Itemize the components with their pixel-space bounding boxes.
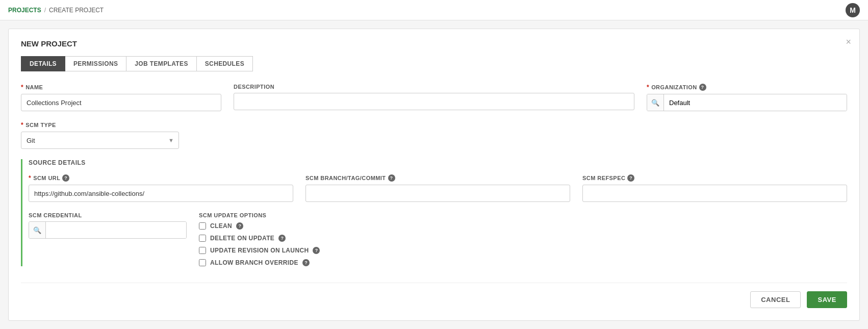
clean-label: CLEAN (210, 222, 232, 230)
scm-url-label: * SCM URL ? (29, 174, 293, 182)
scm-type-select[interactable]: Manual Git Subversion Mercurial Remote A… (21, 132, 179, 149)
update-revision-label: UPDATE REVISION ON LAUNCH (210, 247, 309, 254)
row-credential-options: SCM CREDENTIAL 🔍 SCM UPDATE OPTIONS CLEA… (29, 212, 847, 266)
scm-update-options-checkboxes: CLEAN ? DELETE ON UPDATE ? (199, 222, 847, 266)
name-input[interactable] (21, 94, 221, 111)
user-avatar[interactable]: M (846, 3, 860, 17)
scm-type-select-wrapper: Manual Git Subversion Mercurial Remote A… (21, 132, 179, 149)
field-scm-update-options: SCM UPDATE OPTIONS CLEAN ? DE (199, 212, 847, 266)
field-scm-refspec: SCM REFSPEC ? (582, 174, 847, 202)
field-organization: * ORGANIZATION ? 🔍 (647, 84, 847, 111)
field-description: DESCRIPTION (234, 84, 634, 111)
scm-type-required-star: * (21, 121, 23, 129)
tab-details[interactable]: DETAILS (21, 56, 65, 71)
close-button[interactable]: × (846, 37, 851, 46)
update-revision-help-icon[interactable]: ? (313, 247, 320, 254)
field-name: * NAME (21, 84, 221, 111)
checkbox-update-revision: UPDATE REVISION ON LAUNCH ? (199, 247, 847, 254)
form-footer: CANCEL SAVE (21, 283, 847, 308)
field-scm-credential: SCM CREDENTIAL 🔍 (29, 212, 187, 266)
checkbox-delete-on-update: DELETE ON UPDATE ? (199, 235, 847, 242)
delete-on-update-label: DELETE ON UPDATE (210, 235, 274, 242)
scm-url-help-icon[interactable]: ? (62, 174, 69, 182)
field-scm-type: * SCM TYPE Manual Git Subversion Mercuri… (21, 121, 179, 149)
scm-branch-input[interactable] (305, 185, 570, 202)
allow-branch-override-checkbox[interactable] (199, 259, 206, 266)
breadcrumb-current: CREATE PROJECT (49, 7, 104, 14)
field-scm-branch: SCM BRANCH/TAG/COMMIT ? (305, 174, 570, 202)
scm-url-required-star: * (29, 174, 31, 182)
scm-refspec-help-icon[interactable]: ? (627, 174, 634, 182)
checkbox-clean: CLEAN ? (199, 222, 847, 230)
top-bar: PROJECTS / CREATE PROJECT M (0, 0, 868, 20)
tab-job-templates[interactable]: JOB TEMPLATES (126, 56, 196, 71)
description-label: DESCRIPTION (234, 84, 634, 90)
scm-url-input[interactable] (29, 185, 293, 202)
scm-credential-input[interactable] (46, 222, 186, 238)
name-required-star: * (21, 84, 23, 91)
cancel-button[interactable]: CANCEL (750, 291, 801, 308)
breadcrumb-separator: / (44, 7, 46, 14)
clean-help-icon[interactable]: ? (236, 222, 243, 230)
source-details-title: SOURCE DETAILS (29, 159, 847, 166)
tabs: DETAILS PERMISSIONS JOB TEMPLATES SCHEDU… (21, 56, 847, 71)
search-icon: 🔍 (647, 94, 664, 111)
row-scm-url-branch-refspec: * SCM URL ? SCM BRANCH/TAG/COMMIT ? SC (29, 174, 847, 202)
projects-link[interactable]: PROJECTS (8, 7, 41, 14)
tab-schedules[interactable]: SCHEDULES (197, 56, 253, 71)
main-content: NEW PROJECT × DETAILS PERMISSIONS JOB TE… (0, 20, 868, 329)
org-required-star: * (647, 84, 649, 91)
organization-input[interactable] (664, 94, 847, 111)
tab-permissions[interactable]: PERMISSIONS (65, 56, 126, 71)
scm-refspec-label: SCM REFSPEC ? (582, 174, 847, 182)
scm-branch-label: SCM BRANCH/TAG/COMMIT ? (305, 174, 570, 182)
scm-refspec-input[interactable] (582, 185, 847, 202)
checkbox-allow-branch-override: ALLOW BRANCH OVERRIDE ? (199, 259, 847, 266)
org-help-icon[interactable]: ? (699, 84, 706, 91)
scm-credential-input-wrapper: 🔍 (29, 221, 187, 239)
save-button[interactable]: SAVE (807, 291, 847, 308)
allow-branch-override-help-icon[interactable]: ? (302, 259, 310, 266)
scm-update-options-label: SCM UPDATE OPTIONS (199, 212, 847, 218)
delete-on-update-checkbox[interactable] (199, 235, 206, 242)
credential-search-icon: 🔍 (29, 222, 46, 238)
field-scm-url: * SCM URL ? (29, 174, 293, 202)
scm-credential-label: SCM CREDENTIAL (29, 212, 187, 218)
card-title: NEW PROJECT (21, 39, 847, 48)
clean-checkbox[interactable] (199, 222, 206, 230)
source-details-section: SOURCE DETAILS * SCM URL ? SCM BRANCH/TA… (21, 159, 847, 266)
row-name-desc-org: * NAME DESCRIPTION * ORGANIZATION ? 🔍 (21, 84, 847, 111)
allow-branch-override-label: ALLOW BRANCH OVERRIDE (210, 259, 298, 266)
scm-type-label: * SCM TYPE (21, 121, 179, 129)
update-revision-checkbox[interactable] (199, 247, 206, 254)
organization-input-wrapper: 🔍 (647, 94, 847, 111)
new-project-card: NEW PROJECT × DETAILS PERMISSIONS JOB TE… (8, 29, 860, 321)
scm-branch-help-icon[interactable]: ? (388, 174, 395, 182)
name-label: * NAME (21, 84, 221, 91)
organization-label: * ORGANIZATION ? (647, 84, 847, 91)
row-scm-type: * SCM TYPE Manual Git Subversion Mercuri… (21, 121, 847, 149)
description-input[interactable] (234, 93, 634, 110)
breadcrumb: PROJECTS / CREATE PROJECT (8, 7, 104, 14)
delete-on-update-help-icon[interactable]: ? (278, 235, 286, 242)
